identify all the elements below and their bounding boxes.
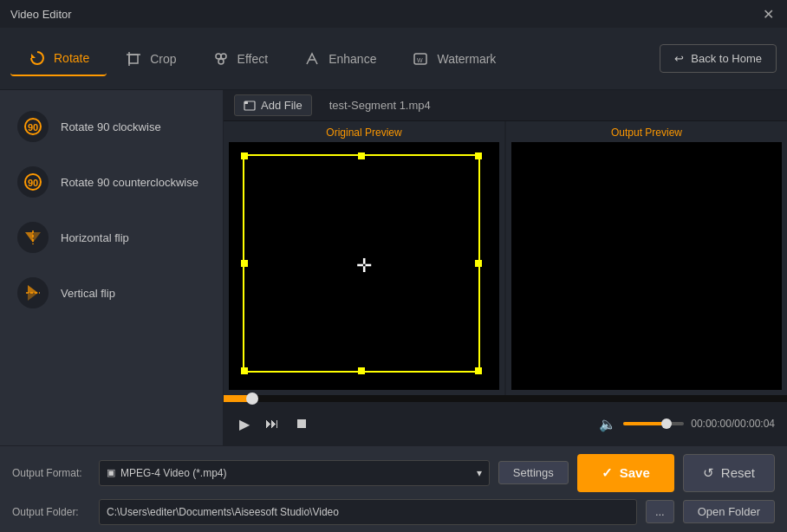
sidebar-item-rotate-ccw-label: Rotate 90 counterclockwise [61, 176, 198, 189]
back-to-home-label: Back to Home [691, 52, 762, 65]
add-file-label: Add File [261, 99, 302, 112]
reset-button[interactable]: ↺ Reset [683, 454, 775, 492]
volume-knob[interactable] [661, 418, 672, 429]
title-bar: Video Editor ✕ [0, 0, 787, 28]
tab-enhance-label: Enhance [328, 52, 376, 66]
action-buttons: ✓ Save ↺ Reset [577, 454, 775, 492]
crop-handle-br[interactable] [475, 367, 482, 374]
output-preview-panel: Output Preview [506, 121, 787, 395]
file-bar: Add File test-Segment 1.mp4 [224, 90, 787, 121]
rotate-ccw-icon: 90 [17, 166, 49, 198]
open-folder-button[interactable]: Open Folder [683, 500, 775, 523]
svg-marker-0 [31, 54, 36, 58]
time-display: 00:00:00/00:00:04 [691, 418, 775, 430]
sidebar-item-vflip-label: Vertical flip [61, 287, 115, 300]
original-preview-label: Original Preview [326, 127, 401, 139]
file-name: test-Segment 1.mp4 [329, 99, 431, 112]
window-title: Video Editor [10, 8, 72, 21]
crop-handle-mr[interactable] [475, 260, 482, 267]
sidebar-item-hflip-label: Horizontal flip [61, 231, 129, 244]
crop-handle-tr[interactable] [475, 152, 482, 159]
format-dropdown-icon: ▾ [477, 467, 482, 479]
crop-tab-icon [124, 49, 143, 68]
svg-rect-1 [129, 55, 138, 63]
volume-fill [623, 422, 663, 425]
sidebar-item-rotate-cw[interactable]: 90 Rotate 90 clockwise [0, 99, 223, 154]
format-value: MPEG-4 Video (*.mp4) [120, 467, 227, 479]
svg-marker-17 [28, 285, 38, 293]
back-to-home-button[interactable]: ↩ Back to Home [660, 44, 777, 73]
tab-rotate-label: Rotate [54, 51, 89, 65]
crop-handle-bc[interactable] [358, 367, 365, 374]
svg-text:W: W [417, 57, 423, 63]
volume-icon[interactable]: 🔈 [599, 416, 616, 432]
main-content: 90 Rotate 90 clockwise 90 Rotate 90 coun… [0, 90, 787, 445]
crop-handle-tc[interactable] [358, 152, 365, 159]
svg-marker-18 [28, 293, 38, 301]
svg-text:90: 90 [28, 122, 38, 133]
tab-crop[interactable]: Crop [107, 42, 193, 75]
svg-marker-15 [33, 232, 41, 243]
toolbar: Rotate Crop Effect [0, 28, 787, 90]
rotate-tab-icon [28, 49, 47, 68]
sidebar-item-vflip[interactable]: Vertical flip [0, 265, 223, 321]
seek-bar[interactable] [224, 395, 787, 402]
dots-button[interactable]: ... [646, 500, 674, 523]
hflip-icon [17, 222, 49, 253]
right-panel: Add File test-Segment 1.mp4 Original Pre… [224, 90, 787, 445]
tab-watermark[interactable]: W Watermark [394, 42, 513, 75]
step-forward-button[interactable]: ⏭ [262, 412, 283, 435]
play-button[interactable]: ▶ [236, 412, 253, 436]
save-button[interactable]: ✓ Save [577, 454, 674, 492]
original-preview-panel: Original Preview ✛ [224, 121, 504, 395]
crop-handle-ml[interactable] [241, 260, 248, 267]
tab-effect-label: Effect [237, 52, 269, 66]
svg-point-6 [218, 59, 224, 64]
crop-handle-bl[interactable] [241, 367, 248, 374]
output-preview-video [511, 142, 782, 390]
stop-button[interactable]: ⏹ [291, 412, 312, 435]
tab-effect[interactable]: Effect [194, 42, 286, 75]
folder-path: C:\Users\editer\Documents\Aiseesoft Stud… [107, 506, 339, 518]
reset-label: Reset [721, 465, 755, 480]
tab-rotate[interactable]: Rotate [10, 42, 107, 76]
tab-watermark-label: Watermark [437, 52, 496, 66]
folder-label: Output Folder: [12, 506, 90, 518]
crop-handle-tl[interactable] [241, 152, 248, 159]
vflip-icon [17, 277, 49, 308]
folder-path-display: C:\Users\editer\Documents\Aiseesoft Stud… [99, 499, 637, 525]
rotate-cw-icon: 90 [17, 111, 49, 142]
output-preview-label: Output Preview [611, 127, 682, 139]
svg-point-5 [221, 54, 226, 59]
bottom-bar: Output Format: ▣ MPEG-4 Video (*.mp4) ▾ … [0, 445, 787, 532]
save-label: Save [620, 465, 650, 480]
sidebar-item-hflip[interactable]: Horizontal flip [0, 210, 223, 265]
save-check-icon: ✓ [602, 465, 613, 481]
add-file-button[interactable]: Add File [234, 94, 312, 116]
effect-tab-icon [211, 49, 231, 68]
folder-row: Output Folder: C:\Users\editer\Documents… [12, 499, 775, 525]
sidebar: 90 Rotate 90 clockwise 90 Rotate 90 coun… [0, 90, 224, 445]
volume-area: 🔈 00:00:00/00:00:04 [599, 416, 775, 432]
close-button[interactable]: ✕ [759, 5, 777, 23]
settings-button[interactable]: Settings [498, 461, 569, 484]
seek-knob[interactable] [246, 393, 258, 405]
svg-marker-14 [25, 232, 33, 243]
format-icon: ▣ [107, 467, 115, 478]
sidebar-item-rotate-cw-label: Rotate 90 clockwise [61, 120, 161, 133]
crosshair-icon: ✛ [356, 255, 372, 277]
preview-area: Original Preview ✛ [224, 121, 787, 395]
tab-enhance[interactable]: Enhance [285, 42, 394, 75]
svg-point-4 [216, 54, 221, 59]
enhance-tab-icon [302, 49, 322, 68]
watermark-tab-icon: W [411, 49, 430, 68]
svg-text:90: 90 [28, 178, 38, 188]
volume-slider[interactable] [623, 422, 684, 425]
svg-rect-21 [244, 101, 248, 104]
tab-crop-label: Crop [150, 52, 176, 66]
format-row: Output Format: ▣ MPEG-4 Video (*.mp4) ▾ … [12, 454, 775, 492]
sidebar-item-rotate-ccw[interactable]: 90 Rotate 90 counterclockwise [0, 154, 223, 210]
original-preview-video: ✛ [229, 142, 499, 390]
reset-icon: ↺ [703, 465, 714, 481]
format-select[interactable]: ▣ MPEG-4 Video (*.mp4) ▾ [99, 460, 490, 486]
